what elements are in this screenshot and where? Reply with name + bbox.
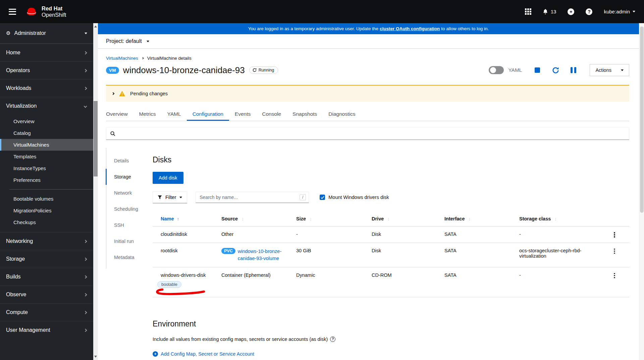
sort-ascending-icon[interactable]: ↑ <box>177 216 179 221</box>
sidebar-item-user-management[interactable]: User Management <box>0 321 93 339</box>
disk-drive: Disk <box>372 226 444 243</box>
pause-vm-button[interactable] <box>571 67 576 73</box>
sidebar-item-instancetypes[interactable]: InstanceTypes <box>0 162 93 174</box>
sidebar-item-compute[interactable]: Compute <box>0 303 93 321</box>
restart-vm-button[interactable] <box>552 67 559 74</box>
subnav-details[interactable]: Details <box>106 153 153 169</box>
column-header-storage-class[interactable]: Storage class↕ <box>519 211 603 226</box>
main-scrollbar-thumb[interactable] <box>640 27 644 213</box>
help-icon[interactable]: ? <box>586 8 592 15</box>
main-scrollbar[interactable] <box>639 23 644 360</box>
column-header-drive[interactable]: Drive↕ <box>372 211 444 226</box>
actions-button[interactable]: Actions <box>590 64 629 76</box>
checkbox-label: Mount Windows drivers disk <box>328 195 389 200</box>
chevron-down-icon <box>84 104 87 108</box>
subnav-divider <box>9 189 93 190</box>
vm-tabs: Overview Metrics YAML Configuration Even… <box>106 108 629 121</box>
config-search-input[interactable] <box>119 131 625 136</box>
sidebar-item-observe[interactable]: Observe <box>0 286 93 303</box>
plus-circle-icon: + <box>153 351 158 357</box>
sort-icon[interactable]: ↕ <box>468 216 471 221</box>
subnav-metadata[interactable]: Metadata <box>106 249 153 265</box>
sidebar-item-networking[interactable]: Networking <box>0 232 93 250</box>
sidebar-item-builds[interactable]: Builds <box>0 268 93 286</box>
subnav-ssh[interactable]: SSH <box>106 217 153 233</box>
sidebar-item-operators[interactable]: Operators <box>0 61 93 79</box>
column-header-interface[interactable]: Interface↕ <box>444 211 519 226</box>
sidebar-item-bootable-volumes[interactable]: Bootable volumes <box>0 193 93 205</box>
tab-yaml[interactable]: YAML <box>162 108 187 121</box>
sidebar-scrollbar-thumb[interactable] <box>94 101 98 176</box>
quick-create-icon[interactable]: + <box>568 8 574 15</box>
sidebar-item-virt-overview[interactable]: Overview <box>0 115 93 127</box>
brand-logo[interactable]: Red Hat OpenShift <box>25 5 66 18</box>
search-icon <box>110 131 115 136</box>
column-header-size[interactable]: Size↕ <box>296 211 372 226</box>
sidebar-item-preferences[interactable]: Preferences <box>0 174 93 186</box>
disk-size: 30 GiB <box>296 243 372 267</box>
breadcrumb-virtualmachines[interactable]: VirtualMachines <box>106 56 138 61</box>
sidebar-item-checkups[interactable]: Checkups <box>0 216 93 228</box>
checkbox-checked-icon[interactable] <box>320 195 325 200</box>
keyboard-shortcut-hint: / <box>300 194 306 200</box>
main-content: You are logged in as a temporary adminis… <box>98 23 644 360</box>
tab-configuration[interactable]: Configuration <box>187 108 229 121</box>
tab-snapshots[interactable]: Snapshots <box>287 108 323 121</box>
sort-icon[interactable]: ↕ <box>241 216 244 221</box>
sidebar-item-label: Workloads <box>6 85 31 91</box>
nav-menu-toggle-icon[interactable] <box>9 9 16 15</box>
sidebar-item-templates[interactable]: Templates <box>0 151 93 162</box>
sort-icon[interactable]: ↕ <box>554 216 557 221</box>
stop-vm-button[interactable] <box>535 67 540 73</box>
sidebar-item-migrationpolicies[interactable]: MigrationPolicies <box>0 205 93 216</box>
oauth-config-link[interactable]: cluster OAuth configuration <box>380 26 440 31</box>
disk-size: Dynamic <box>296 267 372 297</box>
scroll-down-icon[interactable] <box>93 354 98 359</box>
sort-icon[interactable]: ↕ <box>387 216 390 221</box>
config-search[interactable] <box>106 127 629 140</box>
sidebar-item-storage[interactable]: Storage <box>0 250 93 268</box>
project-selector[interactable]: Project: default <box>98 34 639 49</box>
notifications-button[interactable]: 13 <box>543 9 556 14</box>
add-config-map-link[interactable]: + Add Config Map, Secret or Service Acco… <box>153 351 629 357</box>
sidebar-item-home[interactable]: Home <box>0 44 93 61</box>
sidebar-item-virtualization[interactable]: Virtualization <box>0 97 93 115</box>
pvc-resource-badge: PVC <box>221 248 235 254</box>
column-header-source[interactable]: Source↕ <box>221 211 296 226</box>
kebab-menu-icon[interactable] <box>603 248 626 254</box>
add-disk-button[interactable]: Add disk <box>153 172 183 184</box>
status-badge[interactable]: Running <box>249 66 278 74</box>
help-icon[interactable]: ? <box>330 337 335 342</box>
user-menu[interactable]: kube:admin <box>604 9 635 14</box>
disk-source: Container (Ephemeral) <box>221 267 296 297</box>
sidebar-item-workloads[interactable]: Workloads <box>0 79 93 97</box>
kebab-menu-icon[interactable] <box>603 272 626 278</box>
subnav-initial-run[interactable]: Initial run <box>106 233 153 249</box>
subnav-scheduling[interactable]: Scheduling <box>106 201 153 217</box>
app-launcher-icon[interactable] <box>525 8 531 15</box>
kebab-menu-icon[interactable] <box>603 232 626 238</box>
sidebar-item-virt-catalog[interactable]: Catalog <box>0 127 93 139</box>
scroll-up-icon[interactable] <box>93 24 98 29</box>
tab-diagnostics[interactable]: Diagnostics <box>323 108 361 121</box>
sort-icon[interactable]: ↕ <box>310 216 312 221</box>
chevron-right-icon[interactable] <box>112 92 114 95</box>
subnav-storage[interactable]: Storage <box>106 169 153 185</box>
column-header-name[interactable]: Name↑ <box>153 211 221 226</box>
yaml-toggle[interactable] <box>489 66 504 74</box>
filter-dropdown[interactable]: Filter <box>153 191 187 203</box>
pending-changes-alert[interactable]: Pending changes <box>106 85 629 102</box>
sidebar-item-label: Operators <box>6 67 30 73</box>
tab-console[interactable]: Console <box>256 108 287 121</box>
tab-overview[interactable]: Overview <box>106 108 133 121</box>
disk-search-input[interactable] <box>200 195 300 200</box>
tab-events[interactable]: Events <box>229 108 256 121</box>
sidebar-scrollbar[interactable] <box>93 23 98 360</box>
disk-search-field[interactable]: / <box>196 192 309 203</box>
perspective-switcher[interactable]: ⚙ Administrator <box>0 23 93 44</box>
tab-metrics[interactable]: Metrics <box>133 108 162 121</box>
subnav-network[interactable]: Network <box>106 185 153 201</box>
mount-windows-drivers-checkbox[interactable]: Mount Windows drivers disk <box>320 195 389 200</box>
pvc-link[interactable]: windows-10-bronze-canidae-93-volume <box>238 248 291 262</box>
sidebar-item-virtualmachines[interactable]: VirtualMachines <box>0 139 93 151</box>
